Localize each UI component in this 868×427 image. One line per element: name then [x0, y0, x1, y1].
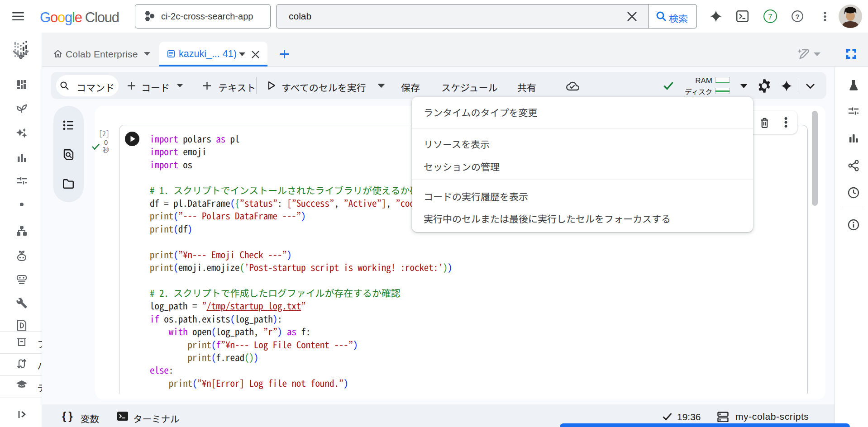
svg-text:?: ? [795, 13, 799, 20]
